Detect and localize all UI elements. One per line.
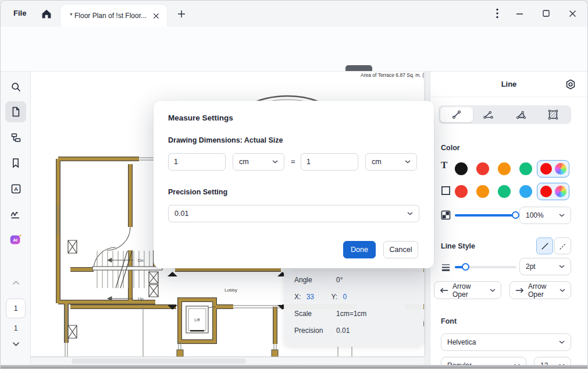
done-button-label: Done [351,246,368,254]
maximize-button[interactable] [539,6,554,20]
left-sidebar: A AI 1 1 [1,72,31,368]
panel-header: Line [430,72,587,97]
page-icon [10,106,22,118]
border-color-blue[interactable] [519,185,532,198]
sidebar-item-ai-assistant[interactable]: AI [5,229,26,250]
sidebar-item-search[interactable] [5,76,26,97]
horizontal-scrollbar-thumb[interactable] [72,359,246,364]
text-color-picker[interactable] [555,163,566,175]
border-color-selected-group[interactable] [537,183,569,200]
border-color-current[interactable] [540,186,552,197]
tool-line-button[interactable] [440,107,473,122]
annotation-list-icon: A [10,183,22,195]
area-note-text: Area of Terrace 6.87 Sq. m. ( [361,72,424,78]
font-family-value: Helvetica [447,338,476,346]
opacity-select[interactable]: 100% [519,207,571,224]
line-measure-icon [450,108,464,121]
precision-select-value: 0.01 [174,210,188,218]
font-section-label: Font [441,317,457,325]
precision-label: Precision [294,327,323,335]
border-color-red[interactable] [455,185,468,198]
stairs-down-label: Dn [138,258,144,263]
app-window: File * Floor Plan of !st Floor... [0,0,588,369]
file-menu[interactable]: File [13,9,26,17]
current-page-input[interactable]: 1 [6,299,26,318]
app-menu-button[interactable] [490,6,505,20]
arrow-end-label: Arrow Oper [528,282,555,299]
thickness-value: 2pt [526,262,536,271]
arrow-start-select[interactable]: Arrow Oper [434,281,501,299]
dimensions-label: Drawing Dimensions: Actual Size [168,136,283,144]
cancel-button[interactable]: Cancel [383,241,418,258]
page-down-button[interactable] [5,338,26,350]
opacity-slider[interactable] [455,214,516,217]
text-color-green[interactable] [519,162,532,175]
to-unit-select[interactable]: cm [365,153,417,171]
title-bar: File * Floor Plan of !st Floor... [1,1,587,27]
arrow-start-label: Arrow Oper [452,282,486,299]
opacity-slider-fill [455,214,516,217]
to-unit-value: cm [372,158,382,166]
done-button[interactable]: Done [343,241,376,258]
sidebar-item-annotations[interactable]: A [5,178,26,199]
font-family-select[interactable]: Helvetica [441,333,571,351]
border-color-picker[interactable] [555,186,566,197]
measure-info-card: Angle 0° X: 33 Y: 0 Scale 1cm=1cm Precis… [284,263,423,346]
window-bottom-edge [1,365,587,368]
panel-settings-button[interactable] [564,78,577,91]
from-value-input[interactable] [168,153,226,171]
document-tab[interactable]: * Floor Plan of !st Floor... [60,5,167,27]
tool-area-button[interactable] [537,107,570,122]
lift-label: Lift [194,318,199,322]
dialog-title: Measure Settings [168,113,233,122]
close-window-button[interactable] [565,6,580,20]
line-style-dashed-button[interactable] [554,237,571,254]
sidebar-item-signatures[interactable] [5,204,26,225]
home-icon [40,8,54,20]
ai-assistant-icon: AI [9,233,23,247]
sidebar-item-thumbnails[interactable] [5,101,26,122]
text-color-black[interactable] [455,162,468,175]
text-color-orange[interactable] [498,162,511,175]
minimize-icon [516,10,523,17]
tab-close-button[interactable] [151,10,161,21]
chevron-down-icon [407,212,413,215]
annotate-toolbar: A A A A T [1,50,587,72]
stairs-up-label: Up [138,296,144,301]
minimize-button[interactable] [512,6,527,20]
horizontal-scrollbar[interactable] [31,357,424,365]
thickness-slider[interactable] [455,266,516,268]
border-color-orange[interactable] [476,185,489,198]
sidebar-item-bookmarks[interactable] [5,152,26,173]
thickness-select[interactable]: 2pt [519,258,571,275]
to-value-input[interactable] [301,153,358,171]
thickness-slider-knob[interactable] [462,263,469,271]
arrow-end-select[interactable]: Arrow Oper [509,281,571,299]
solid-line-icon [540,241,550,251]
border-color-green[interactable] [498,185,511,198]
sidebar-item-outline[interactable] [5,127,26,148]
text-color-red[interactable] [476,162,489,175]
arrow-left-icon [440,288,448,293]
tool-polyline-button[interactable] [473,107,505,122]
polyline-measure-icon [482,108,496,121]
from-unit-select[interactable]: cm [233,153,284,171]
home-button[interactable] [40,8,54,20]
tool-polygon-button[interactable] [505,107,537,122]
line-style-solid-button[interactable] [536,237,553,254]
angle-value: 0° [336,276,343,284]
opacity-slider-knob[interactable] [512,211,519,219]
lobby-label: Lobby [224,288,237,293]
new-tab-button[interactable] [175,8,188,20]
chevron-down-icon [490,289,496,292]
precision-setting-label: Precision Setting [168,188,227,196]
precision-row: Precision 0.01 [294,327,323,335]
text-color-selected-group[interactable] [537,160,569,178]
close-icon [153,13,159,19]
precision-select[interactable]: 0.01 [168,205,419,222]
kebab-icon [496,8,498,19]
text-color-current[interactable] [540,163,552,175]
page-up-button[interactable] [5,277,26,289]
opacity-icon [441,210,451,220]
angle-label: Angle [294,276,312,284]
